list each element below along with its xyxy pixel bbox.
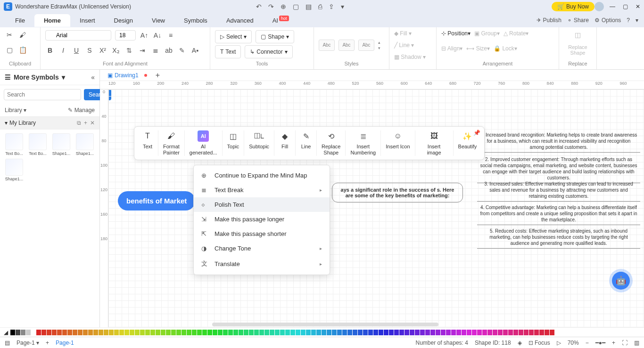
- close-icon[interactable]: ✕: [636, 3, 640, 10]
- menu-home[interactable]: Home: [34, 14, 70, 27]
- add-tab-icon[interactable]: +: [156, 71, 160, 80]
- color-swatch[interactable]: [503, 330, 508, 335]
- color-swatch[interactable]: [135, 330, 140, 335]
- more-icon[interactable]: ▾: [341, 3, 344, 10]
- share-button[interactable]: ⚬ Share: [567, 17, 589, 24]
- focus-mode[interactable]: ⊡ Focus: [528, 340, 550, 346]
- library-item[interactable]: Shape1...: [4, 159, 25, 181]
- color-swatch[interactable]: [83, 330, 88, 335]
- color-swatch[interactable]: [399, 330, 404, 335]
- avatar[interactable]: [594, 2, 604, 11]
- color-swatch[interactable]: [311, 330, 316, 335]
- color-swatch[interactable]: [249, 330, 254, 335]
- color-swatch[interactable]: [513, 330, 518, 335]
- mindmap-sub-topic[interactable]: ays a significant role in the success of…: [332, 183, 463, 202]
- color-swatch[interactable]: [327, 330, 331, 335]
- fit-icon[interactable]: ⛶: [622, 340, 627, 346]
- color-swatch[interactable]: [140, 330, 145, 335]
- style-down-icon[interactable]: ▾: [378, 46, 380, 50]
- color-swatch[interactable]: [462, 330, 466, 335]
- ft-subtopic[interactable]: ◫˪Subtopic: [244, 130, 274, 156]
- color-swatch[interactable]: [67, 330, 72, 335]
- select-tool[interactable]: ▷ Select ▾: [215, 30, 252, 43]
- color-swatch[interactable]: [239, 330, 243, 335]
- color-swatch[interactable]: [529, 330, 534, 335]
- color-swatch[interactable]: [280, 330, 285, 335]
- color-swatch[interactable]: [550, 330, 554, 335]
- publish-button[interactable]: ✈ Publish: [537, 17, 561, 24]
- ft-numbering[interactable]: ≣Insert Numbering: [346, 130, 381, 156]
- color-swatch[interactable]: [353, 330, 357, 335]
- buy-now-button[interactable]: 🛒 Buy Now: [552, 2, 594, 11]
- color-swatch[interactable]: [441, 330, 446, 335]
- zoom-slider[interactable]: ━●━: [595, 340, 605, 346]
- color-swatch[interactable]: [316, 330, 321, 335]
- color-swatch[interactable]: [26, 330, 31, 335]
- color-swatch[interactable]: [446, 330, 451, 335]
- color-bar[interactable]: ◢: [0, 327, 644, 337]
- ctx-shorter[interactable]: ⇱Make this passage shorter: [194, 227, 330, 241]
- color-swatch[interactable]: [420, 330, 425, 335]
- text-tool[interactable]: T Text: [215, 45, 241, 58]
- indent-icon[interactable]: ⇥: [138, 46, 147, 55]
- color-swatch[interactable]: [156, 330, 160, 335]
- color-swatch[interactable]: [498, 330, 503, 335]
- color-swatch[interactable]: [161, 330, 165, 335]
- color-swatch[interactable]: [290, 330, 295, 335]
- ft-icon[interactable]: ☺Insert Icon: [381, 130, 415, 156]
- paste-icon[interactable]: 📋: [18, 45, 27, 55]
- color-swatch[interactable]: [47, 330, 51, 335]
- color-swatch[interactable]: [322, 330, 326, 335]
- eyedropper-icon[interactable]: ◢: [4, 329, 8, 336]
- color-swatch[interactable]: [519, 330, 523, 335]
- color-swatch[interactable]: [99, 330, 103, 335]
- grow-font-icon[interactable]: A↑: [140, 31, 149, 40]
- strike-icon[interactable]: S: [85, 46, 94, 55]
- more-symbols-label[interactable]: More Symbols: [14, 73, 59, 81]
- search-input[interactable]: [4, 89, 81, 100]
- pin-icon[interactable]: 📌: [473, 129, 480, 136]
- chat-fab-icon[interactable]: 🤖: [612, 272, 630, 290]
- color-swatch[interactable]: [176, 330, 181, 335]
- menu-file[interactable]: File: [6, 14, 34, 27]
- mindmap-detail[interactable]: 5. Reduced costs: Effective marketing st…: [477, 226, 640, 249]
- color-swatch[interactable]: [62, 330, 67, 335]
- color-swatch[interactable]: [171, 330, 176, 335]
- mindmap-detail[interactable]: 1. Increased brand recognition: Marketin…: [477, 130, 640, 153]
- align-icon[interactable]: ≡: [166, 31, 175, 40]
- connector-tool[interactable]: ↳ Connector ▾: [245, 45, 292, 58]
- color-swatch[interactable]: [264, 330, 269, 335]
- color-swatch[interactable]: [16, 330, 20, 335]
- style-up-icon[interactable]: ▴: [378, 40, 380, 45]
- add-page-icon[interactable]: +: [46, 340, 49, 346]
- style-preset[interactable]: Abc: [358, 40, 374, 51]
- color-swatch[interactable]: [285, 330, 290, 335]
- color-swatch[interactable]: [368, 330, 373, 335]
- color-swatch[interactable]: [145, 330, 150, 335]
- color-swatch[interactable]: [93, 330, 98, 335]
- page-tab[interactable]: Page-1: [56, 340, 74, 346]
- style-preset[interactable]: Abc: [339, 40, 355, 51]
- position-button[interactable]: ⊹ Position▾: [441, 30, 471, 37]
- color-swatch[interactable]: [534, 330, 539, 335]
- ft-ai[interactable]: AIAI generated...: [185, 130, 223, 156]
- color-swatch[interactable]: [150, 330, 155, 335]
- color-swatch[interactable]: [545, 330, 549, 335]
- canvas[interactable]: 📌 TText 🖌Format Painter AIAI generated..…: [108, 89, 644, 327]
- ctx-translate[interactable]: 文Translate▸: [194, 256, 330, 272]
- menu-view[interactable]: View: [142, 14, 174, 27]
- color-swatch[interactable]: [10, 330, 15, 335]
- size-select[interactable]: [115, 30, 136, 40]
- color-swatch[interactable]: [379, 330, 383, 335]
- color-swatch[interactable]: [36, 330, 41, 335]
- ft-image[interactable]: 🖼Insert image: [415, 130, 454, 156]
- color-swatch[interactable]: [430, 330, 435, 335]
- color-swatch[interactable]: [202, 330, 207, 335]
- manage-button[interactable]: ✎ Manage: [68, 107, 95, 113]
- color-swatch[interactable]: [182, 330, 186, 335]
- bullets-icon[interactable]: ≣: [151, 46, 160, 55]
- library-item[interactable]: Shape1...: [74, 133, 95, 156]
- color-swatch[interactable]: [41, 330, 46, 335]
- color-swatch[interactable]: [31, 330, 36, 335]
- color-swatch[interactable]: [114, 330, 119, 335]
